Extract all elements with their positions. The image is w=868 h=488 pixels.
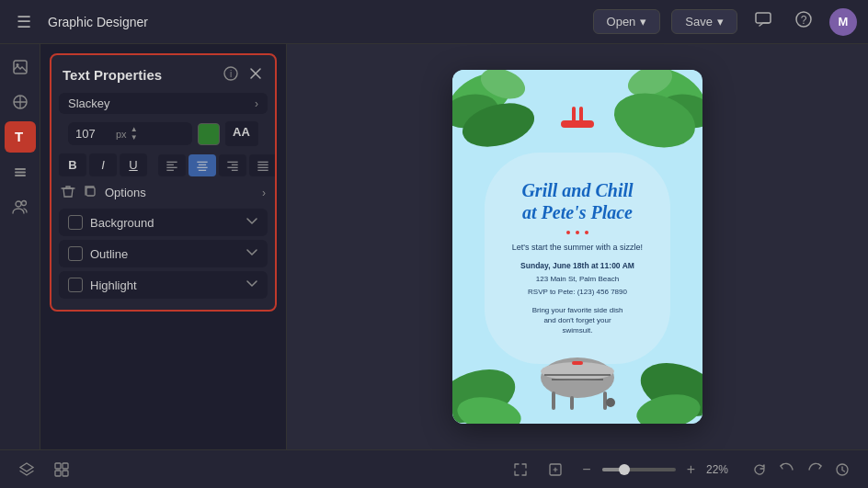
size-row: px ▲ ▼ AA [59,121,268,146]
svg-text:123 Main St, Palm Beach: 123 Main St, Palm Beach [536,275,619,283]
background-accordion-header[interactable]: Background [59,209,268,236]
sidebar-item-users[interactable] [5,191,36,222]
info-button[interactable]: i [222,64,240,85]
align-center-btn[interactable] [188,154,216,176]
open-button[interactable]: Open ▾ [593,9,661,34]
zoom-in-btn[interactable]: + [683,458,699,482]
svg-rect-49 [572,361,583,365]
design-svg: Grill and Chill at Pete's Place Let's st… [452,70,702,424]
accordion-background: Background [59,209,268,236]
svg-point-33 [585,231,588,234]
avatar[interactable]: M [829,8,857,36]
svg-text:?: ? [801,14,807,27]
close-button[interactable] [247,65,264,85]
svg-text:swimsuit.: swimsuit. [563,326,593,335]
svg-text:and don't forget your: and don't forget your [543,316,611,324]
svg-rect-0 [756,13,771,23]
highlight-accordion-header[interactable]: Highlight [59,271,268,299]
refresh-btn[interactable] [748,459,771,481]
font-size-input-wrap: px ▲ ▼ [68,122,192,145]
save-button[interactable]: Save ▾ [671,9,737,34]
underline-btn[interactable]: U [120,153,147,176]
text-transform-btn[interactable]: AA [225,121,258,146]
sidebar-item-text[interactable]: T [5,121,36,153]
background-chevron-icon [246,216,258,229]
svg-rect-44 [603,392,607,410]
sidebar-item-filters[interactable] [5,86,36,118]
svg-rect-9 [15,175,26,176]
menu-button[interactable]: ☰ [11,8,37,36]
svg-rect-7 [15,168,26,170]
zoom-slider[interactable] [602,468,676,471]
history-btn[interactable] [831,459,853,481]
align-left-btn[interactable] [158,154,186,176]
zoom-out-btn[interactable]: − [578,458,594,482]
svg-rect-8 [15,172,26,174]
redo-btn[interactable] [804,459,826,481]
svg-text:Sunday, June 18th at 11:00 AM: Sunday, June 18th at 11:00 AM [520,261,634,270]
svg-rect-27 [579,107,583,123]
svg-point-32 [576,231,579,234]
size-decrease-btn[interactable]: ▼ [131,134,138,142]
layers-bottom-btn[interactable] [15,458,39,482]
svg-point-10 [16,201,21,207]
help-icon: ? [794,10,813,28]
duplicate-btn[interactable] [83,184,97,201]
delete-btn[interactable] [61,184,75,201]
design-card: Grill and Chill at Pete's Place Let's st… [452,70,702,424]
accordion-highlight: Highlight [59,271,268,299]
chat-icon [754,10,772,28]
svg-text:T: T [15,129,23,144]
size-increase-btn[interactable]: ▲ [131,126,138,133]
format-row: B I U [59,153,268,176]
chat-button[interactable] [748,6,778,37]
fullscreen-btn[interactable] [508,458,532,482]
font-selector[interactable]: Slackey › [59,93,268,114]
fit-btn[interactable] [543,458,567,482]
text-props-header: Text Properties i [51,55,275,93]
sidebar: T [0,44,40,449]
text-props-title: Text Properties [63,67,162,83]
outline-label: Outline [90,247,238,261]
sidebar-item-layers[interactable] [5,156,36,187]
grid-bottom-btn[interactable] [50,458,74,482]
app-title: Graphic Designer [48,15,148,29]
svg-point-31 [566,231,570,234]
svg-point-11 [21,201,26,206]
color-swatch[interactable] [198,123,220,145]
bold-btn[interactable]: B [59,153,86,176]
svg-text:AA: AA [233,125,250,139]
align-justify-btn[interactable] [249,154,277,176]
options-row: Options › [59,184,268,201]
svg-text:at Pete's Place: at Pete's Place [522,202,633,222]
font-size-unit: px [116,129,127,140]
outline-checkbox[interactable] [68,246,83,261]
svg-rect-43 [552,392,555,410]
svg-rect-45 [570,396,574,410]
canvas-area[interactable]: Grill and Chill at Pete's Place Let's st… [287,44,868,449]
zoom-percentage: 22% [706,463,737,476]
align-right-btn[interactable] [219,154,246,176]
svg-rect-15 [86,187,95,196]
background-checkbox[interactable] [68,215,83,230]
svg-text:RSVP to Pete: (123) 456 7890: RSVP to Pete: (123) 456 7890 [528,288,627,296]
svg-rect-55 [55,463,61,469]
svg-rect-25 [561,120,594,128]
svg-rect-57 [55,471,61,476]
help-button[interactable]: ? [789,6,818,37]
outline-accordion-header[interactable]: Outline [59,240,268,267]
svg-rect-26 [572,107,576,123]
zoom-slider-thumb [619,464,630,475]
sidebar-item-image[interactable] [5,51,36,83]
font-size-input[interactable] [75,127,112,141]
svg-rect-56 [63,463,68,469]
highlight-checkbox[interactable] [68,278,83,292]
text-properties-box: Text Properties i Slackey › [50,53,277,312]
italic-btn[interactable]: I [89,153,117,176]
undo-btn[interactable] [776,459,798,481]
topbar: ☰ Graphic Designer Open ▾ Save ▾ ? M [0,0,868,44]
svg-text:Grill and Chill: Grill and Chill [521,180,634,200]
font-chevron-icon: › [255,97,258,110]
bottombar: − + 22% [0,449,868,488]
accordion-outline: Outline [59,240,268,267]
